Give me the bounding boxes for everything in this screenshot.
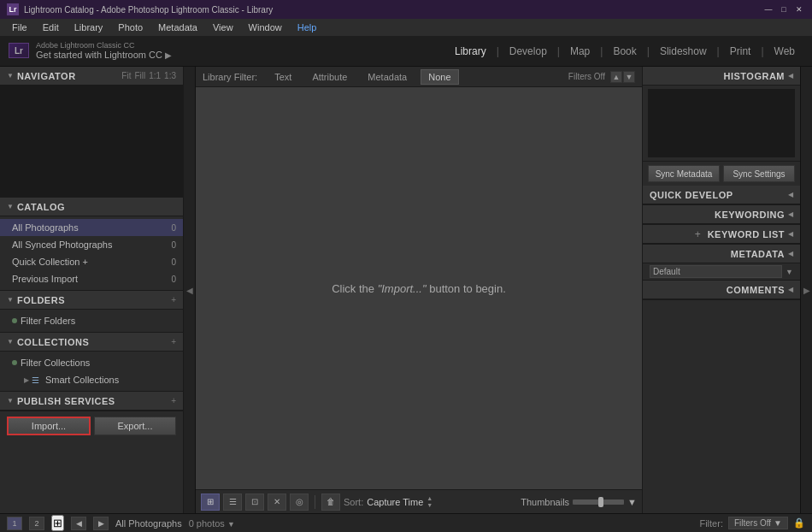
- metadata-select[interactable]: Default: [650, 265, 782, 278]
- comments-header[interactable]: Comments ◀: [643, 281, 800, 299]
- bottom-count[interactable]: 0 photos ▼: [189, 518, 235, 529]
- catalog-all-photos[interactable]: All Photographs 0: [0, 219, 183, 236]
- navigator-section: ▼ Navigator Fit Fill 1:1 1:3: [0, 67, 183, 198]
- thumbnails-label: Thumbnails: [521, 497, 569, 507]
- module-book[interactable]: Book: [604, 42, 644, 61]
- collections-add-btn[interactable]: +: [171, 337, 176, 346]
- menu-edit[interactable]: Edit: [36, 21, 66, 34]
- navigator-arrow: ▼: [7, 72, 14, 80]
- left-collapse-icon: ◀: [186, 286, 193, 295]
- minimize-button[interactable]: —: [762, 3, 774, 15]
- keywording-header[interactable]: Keywording ◀: [643, 205, 800, 224]
- export-button[interactable]: Export...: [94, 417, 176, 435]
- menu-window[interactable]: Window: [242, 21, 289, 34]
- loupe-view-btn[interactable]: ☰: [223, 494, 242, 511]
- menu-library[interactable]: Library: [68, 21, 110, 34]
- module-map[interactable]: Map: [562, 42, 598, 61]
- collections-filter[interactable]: Filter Collections: [0, 354, 183, 371]
- keyword-list-header[interactable]: + Keyword List ◀: [643, 225, 800, 244]
- menu-photo[interactable]: Photo: [111, 21, 150, 34]
- filmstrip-next-btn[interactable]: ▶: [93, 517, 109, 530]
- survey-view-btn[interactable]: ✕: [268, 494, 286, 511]
- module-slideshow[interactable]: Slideshow: [651, 42, 715, 61]
- smart-collections[interactable]: ▶ ☰ Smart Collections: [0, 371, 183, 388]
- publish-services-header[interactable]: ▼ Publish Services +: [0, 392, 183, 411]
- sort-asc[interactable]: ▲: [427, 495, 432, 501]
- import-button[interactable]: Import...: [7, 417, 91, 435]
- keyword-list-title: Keyword List: [708, 229, 785, 239]
- right-collapse-handle[interactable]: ▶: [800, 67, 812, 513]
- menu-view[interactable]: View: [206, 21, 240, 34]
- metadata-section: Metadata ◀ Default ▼: [643, 245, 800, 281]
- filter-metadata-btn[interactable]: Metadata: [361, 70, 414, 84]
- module-library[interactable]: Library: [446, 42, 495, 61]
- module-print[interactable]: Print: [721, 42, 760, 61]
- histogram-section: Histogram ◀: [643, 67, 800, 162]
- app-header: Lr Adobe Lightroom Classic CC Get starte…: [0, 36, 812, 67]
- comments-arrow: ◀: [788, 286, 793, 293]
- filter-attribute-btn[interactable]: Attribute: [305, 70, 354, 84]
- folders-header[interactable]: ▼ Folders +: [0, 291, 183, 310]
- collections-content: Filter Collections ▶ ☰ Smart Collections: [0, 352, 183, 391]
- menu-help[interactable]: Help: [291, 21, 324, 34]
- histogram-preview: [648, 89, 795, 157]
- catalog-quick-collection[interactable]: Quick Collection + 0: [0, 253, 183, 270]
- nav-fit[interactable]: Fit: [121, 71, 131, 80]
- maximize-button[interactable]: □: [778, 3, 790, 15]
- module-web[interactable]: Web: [766, 42, 803, 61]
- filter-arrow-down[interactable]: ▼: [623, 71, 635, 83]
- filmstrip-page1-btn[interactable]: 1: [7, 517, 22, 530]
- filmstrip-prev-btn[interactable]: ◀: [71, 517, 86, 530]
- catalog-previous-import[interactable]: Previous Import 0: [0, 270, 183, 287]
- app-title-row[interactable]: Get started with Lightroom CC ▶: [36, 50, 172, 61]
- sort-desc[interactable]: ▼: [427, 502, 432, 508]
- folders-controls: +: [171, 295, 176, 304]
- navigator-header[interactable]: ▼ Navigator Fit Fill 1:1 1:3: [0, 67, 183, 86]
- lock-icon[interactable]: 🔒: [793, 517, 805, 529]
- thumbnail-slider[interactable]: [573, 499, 624, 505]
- catalog-synced[interactable]: All Synced Photographs 0: [0, 236, 183, 253]
- bottom-filter-status-btn[interactable]: Filters Off ▼: [728, 517, 788, 529]
- histogram-title: Histogram: [723, 71, 785, 81]
- filter-arrow-up[interactable]: ▲: [610, 71, 622, 83]
- photo-area-message: Click the "Import..." button to begin.: [332, 282, 506, 295]
- collections-header[interactable]: ▼ Collections +: [0, 333, 183, 352]
- catalog-header[interactable]: ▼ Catalog: [0, 198, 183, 216]
- module-develop[interactable]: Develop: [501, 42, 556, 61]
- sync-metadata-btn[interactable]: Sync Metadata: [648, 165, 720, 182]
- thumbs-arrow[interactable]: ▼: [627, 497, 637, 507]
- grid-view-btn[interactable]: ⊞: [201, 494, 220, 511]
- filmstrip-page2-btn[interactable]: 2: [29, 517, 44, 530]
- delete-btn[interactable]: 🗑: [321, 494, 340, 511]
- filter-text-btn[interactable]: Text: [268, 70, 298, 84]
- comments-section: Comments ◀: [643, 281, 800, 300]
- publish-add-btn[interactable]: +: [171, 396, 176, 405]
- folders-add-btn[interactable]: +: [171, 295, 176, 304]
- navigator-preview: [0, 86, 183, 197]
- main-layout: ▼ Navigator Fit Fill 1:1 1:3 ▼ Catalog A…: [0, 67, 812, 513]
- close-button[interactable]: ✕: [793, 3, 805, 15]
- histogram-header[interactable]: Histogram ◀: [643, 67, 800, 86]
- left-collapse-handle[interactable]: ◀: [184, 67, 196, 513]
- publish-controls: +: [171, 396, 176, 405]
- menu-file[interactable]: File: [5, 21, 34, 34]
- nav-fill[interactable]: Fill: [134, 71, 145, 80]
- quick-develop-header[interactable]: Quick Develop ◀: [643, 186, 800, 204]
- sort-arrows: ▲ ▼: [427, 495, 432, 508]
- bottom-breadcrumb[interactable]: All Photographs: [115, 518, 182, 529]
- smart-icon: ☰: [32, 375, 39, 385]
- keyword-list-plus[interactable]: +: [695, 228, 701, 240]
- filter-none-btn[interactable]: None: [421, 69, 458, 85]
- filmstrip-grid-btn[interactable]: ⊞: [51, 515, 64, 531]
- metadata-header[interactable]: Metadata ◀: [643, 245, 800, 263]
- sync-settings-btn[interactable]: Sync Settings: [723, 165, 795, 182]
- nav-1to3[interactable]: 1:3: [164, 71, 176, 80]
- sort-value[interactable]: Capture Time: [367, 497, 423, 507]
- sort-area: Sort: Capture Time ▲ ▼: [344, 495, 432, 508]
- folders-filter[interactable]: Filter Folders: [0, 312, 183, 329]
- folders-title: Folders: [17, 295, 168, 305]
- compare-view-btn[interactable]: ⊡: [245, 494, 264, 511]
- people-view-btn[interactable]: ◎: [290, 494, 309, 511]
- nav-1to1[interactable]: 1:1: [149, 71, 161, 80]
- menu-metadata[interactable]: Metadata: [151, 21, 204, 34]
